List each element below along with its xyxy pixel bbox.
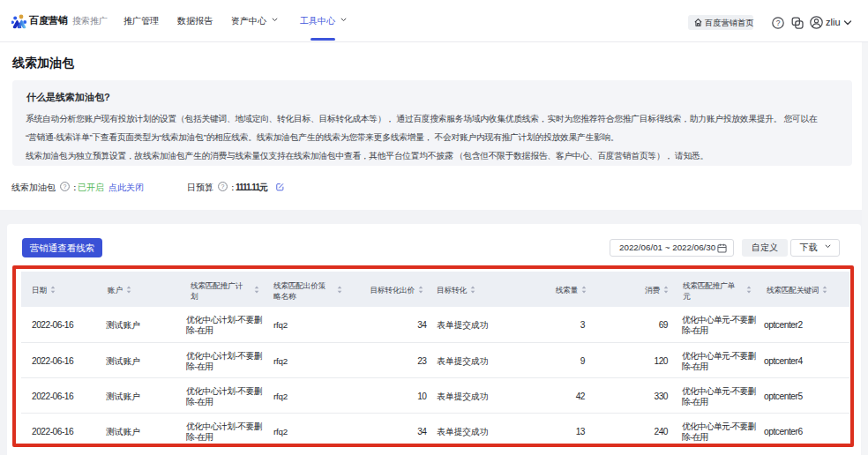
svg-text:?: ? <box>221 183 225 190</box>
svg-text:?: ? <box>776 19 781 27</box>
svg-text:?: ? <box>64 183 67 190</box>
